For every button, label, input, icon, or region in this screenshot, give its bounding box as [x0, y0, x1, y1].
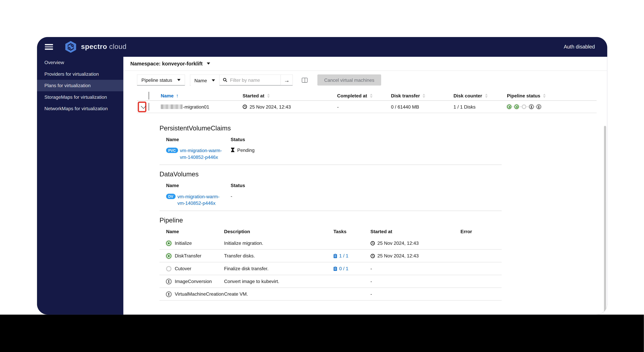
row-checkbox[interactable]	[148, 102, 149, 110]
dv-status: -	[231, 194, 232, 206]
clock-icon	[242, 104, 247, 109]
clock-icon	[370, 241, 375, 245]
dv-table: Name Status DVvm-migration-warm-vm-14085…	[160, 178, 502, 211]
sort-icon	[370, 94, 372, 98]
pipeline-status-filter-label: Pipeline status	[142, 78, 172, 82]
completed-at-cell: -	[337, 104, 391, 109]
search-box	[220, 75, 280, 85]
sort-icon	[267, 94, 270, 98]
sort-icon	[485, 94, 488, 98]
dv-section-title: DataVolumes	[160, 171, 607, 178]
expanded-plan-details: PersistentVolumeClaims Name Status PVCvm…	[124, 113, 607, 301]
dv-badge: DV	[166, 194, 175, 199]
name-filter-group: Name →	[190, 74, 293, 86]
pipeline-status-filter-dropdown[interactable]: Pipeline status	[137, 74, 185, 86]
spectro-cloud-logo-icon	[64, 41, 77, 53]
pipeline-step-done-icon	[514, 104, 519, 109]
pipeline-step-done-icon	[507, 104, 512, 109]
attribute-filter-dropdown[interactable]: Name	[190, 75, 220, 86]
pipeline-row-disktransfer: DiskTransfer Transfer disks. 1 / 1	[160, 250, 502, 262]
pvc-col-name: Name	[166, 137, 230, 142]
pipeline-steps-indicator	[507, 104, 541, 109]
column-header-started-at[interactable]: Started at	[242, 94, 337, 98]
dv-link[interactable]: vm-migration-warm-vm-140852-p446x	[177, 194, 226, 206]
plan-table-row: -migration01 25 Nov 2024, 12:43 - 0 / 61…	[137, 101, 596, 113]
page: spectro cloud Auth disabled Overview Pro…	[0, 0, 644, 352]
pipeline-status-cell	[507, 104, 596, 109]
pvc-link[interactable]: vm-migration-warm-vm-140852-p446x	[180, 148, 228, 160]
auth-status-label: Auth disabled	[564, 44, 595, 50]
column-header-disk-transfer[interactable]: Disk transfer	[391, 94, 454, 98]
tasks-link[interactable]: 1 / 1	[334, 254, 370, 258]
namespace-bar: Namespace: konveyor-forklift	[124, 57, 607, 71]
brand-text: spectro cloud	[81, 43, 126, 51]
search-input[interactable]	[230, 78, 277, 82]
hourglass-icon	[231, 148, 235, 152]
vertical-scrollbar[interactable]	[604, 126, 606, 314]
pipeline-table: Name Description Tasks Started at Error …	[160, 224, 502, 300]
pvc-status: Pending	[231, 148, 255, 160]
step-empty-icon	[166, 266, 172, 271]
search-icon	[223, 78, 228, 82]
step-waiting-icon	[166, 291, 172, 297]
letterbox-bottom	[0, 315, 644, 352]
brand-secondary: cloud	[109, 43, 126, 51]
brand-logo: spectro cloud	[64, 41, 126, 53]
pipeline-section-title: Pipeline	[160, 217, 607, 224]
sort-icon	[543, 94, 546, 98]
step-done-icon	[166, 240, 172, 246]
column-header-disk-counter[interactable]: Disk counter	[454, 94, 507, 98]
disk-transfer-cell: 0 / 61440 MB	[391, 104, 454, 109]
manage-columns-icon[interactable]	[302, 78, 308, 82]
pvc-badge: PVC	[166, 148, 178, 153]
column-header-completed-at[interactable]: Completed at	[337, 94, 391, 98]
column-header-pipeline-status[interactable]: Pipeline status	[507, 94, 596, 98]
step-waiting-icon	[166, 279, 172, 284]
hamburger-menu-icon[interactable]	[45, 44, 53, 50]
pipeline-step-pending-icon	[529, 104, 534, 109]
sidebar-item-networkmaps[interactable]: NetworkMaps for virtualization	[37, 103, 124, 114]
app-window: spectro cloud Auth disabled Overview Pro…	[37, 37, 607, 315]
select-all-checkbox[interactable]	[148, 92, 149, 100]
pipeline-row-cutover: Cutover Finalize disk transfer. 0 / 1	[160, 262, 502, 275]
apply-filter-button[interactable]: →	[280, 75, 292, 85]
namespace-select-label[interactable]: Namespace: konveyor-forklift	[130, 61, 203, 66]
sidebar-item-overview[interactable]: Overview	[37, 57, 124, 68]
tasks-icon	[334, 266, 337, 271]
pipeline-row-imageconversion: ImageConversion Convert image to kubevir…	[160, 275, 502, 288]
plans-table: Name ↑ Started at Completed at Disk tran…	[137, 91, 596, 113]
plans-table-header: Name ↑ Started at Completed at Disk tran…	[137, 91, 596, 101]
dv-row: DVvm-migration-warm-vm-140852-p446x -	[160, 191, 502, 211]
pipeline-step-current-icon	[522, 104, 526, 109]
pipeline-row-virtualmachinecreation: VirtualMachineCreation Create VM. -	[160, 288, 502, 301]
sidebar-item-providers[interactable]: Providers for virtualization	[37, 68, 124, 80]
pvc-section-title: PersistentVolumeClaims	[160, 124, 607, 132]
brand-primary: spectro	[81, 43, 107, 51]
dv-col-name: Name	[166, 183, 230, 188]
clock-icon	[370, 254, 375, 258]
disk-counter-cell: 1 / 1 Disks	[454, 104, 507, 109]
sort-icon	[423, 94, 425, 98]
sidebar-nav: Overview Providers for virtualization Pl…	[37, 57, 124, 315]
sidebar-item-plans[interactable]: Plans for virtualization	[37, 80, 124, 91]
cancel-virtual-machines-button[interactable]: Cancel virtual machines	[318, 74, 381, 86]
chevron-down-icon[interactable]	[207, 62, 210, 64]
dv-col-status: Status	[231, 183, 245, 188]
pipeline-table-header: Name Description Tasks Started at Error	[160, 224, 502, 237]
column-header-name[interactable]: Name ↑	[161, 93, 242, 99]
pvc-row: PVCvm-migration-warm-vm-140852-p446x Pen…	[160, 145, 502, 165]
pvc-col-status: Status	[231, 137, 245, 142]
pipeline-row-initialize: Initialize Initialize migration. 25 Nov …	[160, 237, 502, 250]
tasks-link[interactable]: 0 / 1	[334, 266, 370, 271]
tasks-icon	[334, 254, 337, 258]
content-area: Namespace: konveyor-forklift Pipeline st…	[124, 57, 607, 315]
redacted-name-prefix	[161, 104, 182, 109]
step-done-icon	[166, 253, 172, 258]
sort-ascending-icon: ↑	[176, 93, 179, 99]
chevron-down-icon	[212, 80, 215, 82]
pipeline-step-pending-icon	[536, 104, 541, 109]
pvc-table: Name Status PVCvm-migration-warm-vm-1408…	[160, 132, 502, 165]
top-bar: spectro cloud Auth disabled	[37, 37, 607, 57]
sidebar-item-storagemaps[interactable]: StorageMaps for virtualization	[37, 91, 124, 103]
filter-toolbar: Pipeline status Name →	[137, 74, 607, 86]
